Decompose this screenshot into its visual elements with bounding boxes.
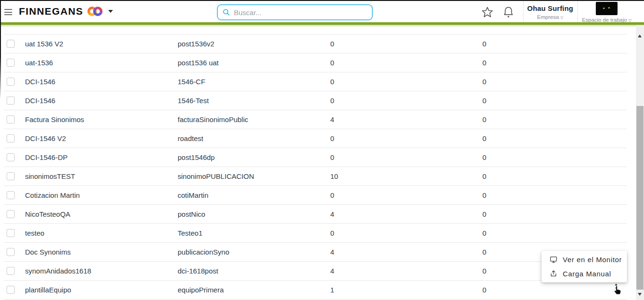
row-code: sinonimoPUBLICACION [178,167,254,186]
row-count-b: 0 [482,53,486,72]
row-name: DCI-1546-DP [25,148,68,167]
row-code: post1536 uat [178,53,219,72]
row-count-a: 4 [330,243,334,262]
row-code: equipoPrimera [178,281,224,300]
table-row[interactable]: Factura Sinonimos facturaSinonimoPublic … [4,110,627,129]
menu-item-label: Carga Manual [563,270,611,278]
row-checkbox[interactable] [7,97,15,105]
upload-icon [550,270,558,278]
row-name: DCI-1546 V2 [25,129,66,148]
row-count-b: 0 [482,72,486,91]
row-code: postNico [178,205,205,224]
monitor-icon [550,256,558,264]
row-count-a: 0 [330,91,334,110]
table-row[interactable]: synomAnidados1618 dci-1618post 4 0 [4,262,627,281]
row-name: uat-1536 [25,53,53,72]
row-count-a: 0 [330,224,334,243]
publications-table: uat 1536 V2 post1536v2 0 0 uat-1536 post… [4,25,627,300]
row-count-b: 0 [482,281,486,300]
window-top-edge [0,0,644,1]
hamburger-menu-icon[interactable] [4,9,12,15]
row-checkbox[interactable] [7,172,15,180]
brand-dropdown-caret-icon[interactable] [108,10,113,13]
row-code: 1546-CF [178,72,205,91]
favorites-star-icon[interactable] [481,6,494,20]
accent-bar [0,22,644,27]
table-row[interactable]: uat 1536 V2 post1536v2 0 0 [4,35,627,53]
brand-wordmark: FINNEGANS [19,6,83,17]
search-input[interactable] [234,9,372,17]
row-checkbox[interactable] [7,191,15,199]
row-checkbox[interactable] [7,267,15,275]
row-count-a: 0 [330,148,334,167]
row-count-a: 0 [330,186,334,205]
row-context-menu: Ver en el Monitor Carga Manual [541,251,627,282]
row-checkbox[interactable] [7,229,15,237]
notifications-bell-icon[interactable] [502,6,515,21]
row-name: Factura Sinonimos [25,110,84,129]
row-checkbox[interactable] [7,153,15,161]
table-row[interactable]: uat-1536 post1536 uat 0 0 [4,53,627,72]
workspace-selector[interactable]: Espacio de trabajo ▽ [577,0,636,22]
scroll-up-arrow-icon[interactable] [638,35,642,37]
row-checkbox[interactable] [7,210,15,218]
row-count-a: 0 [330,129,334,148]
table-row[interactable]: testeo Testeo1 0 0 [4,224,627,243]
row-checkbox[interactable] [7,115,15,124]
row-code: post1536v2 [178,35,215,53]
menu-item-carga-manual[interactable]: Carga Manual [541,268,627,279]
row-code: publicacionSyno [178,243,229,262]
row-count-b: 0 [482,35,486,53]
row-checkbox[interactable] [7,248,15,256]
row-name: Cotizacion Martin [25,186,80,205]
row-count-a: 1 [330,281,334,300]
menu-item-label: Ver en el Monitor [563,256,622,264]
table-row[interactable]: Doc Synonims publicacionSyno 4 0 [4,243,627,262]
row-checkbox[interactable] [7,40,15,48]
row-checkbox[interactable] [7,78,15,86]
row-count-a: 0 [330,72,334,91]
row-name: NicoTesteoQA [25,205,70,224]
scrollbar-thumb[interactable] [636,106,644,290]
scroll-down-arrow-icon[interactable] [638,293,642,296]
workspace-logo [596,2,618,15]
table-row[interactable]: DCI-1546 1546-CF 0 0 [4,72,627,91]
row-count-b: 0 [482,186,486,205]
chevron-down-icon: ▽ [628,18,631,23]
row-name: sinonimosTEST [25,167,75,186]
brand-logo[interactable]: FINNEGANS [19,0,113,22]
row-code: cotiMartin [178,186,208,205]
row-count-b: 0 [482,262,486,281]
table-row[interactable]: DCI-1546 1546-Test 0 0 [4,91,627,110]
row-checkbox[interactable] [7,59,15,67]
row-count-b: 0 [482,224,486,243]
table-row[interactable]: sinonimosTEST sinonimoPUBLICACION 10 0 [4,167,627,186]
company-selector[interactable]: Ohau Surfing Empresa ▽ [523,0,577,22]
table-row[interactable]: NicoTesteoQA postNico 4 0 [4,205,627,224]
search-box[interactable] [217,4,373,20]
row-code: dci-1618post [178,262,218,281]
row-checkbox[interactable] [7,134,15,142]
infinity-logo-icon [86,6,103,17]
row-count-b: 0 [482,148,486,167]
row-code: roadtest [178,129,203,148]
row-count-b: 0 [482,167,486,186]
row-count-a: 4 [330,262,334,281]
table-row[interactable]: DCI-1546-DP post1546dp 0 0 [4,148,627,167]
table-row[interactable]: plantillaEquipo equipoPrimera 1 0 [4,281,627,300]
row-count-b: 0 [482,91,486,110]
table-body: uat 1536 V2 post1536v2 0 0 uat-1536 post… [4,35,627,300]
table-row[interactable]: DCI-1546 V2 roadtest 0 0 [4,129,627,148]
company-sub-label: Empresa ▽ [523,14,577,20]
row-checkbox[interactable] [7,286,15,294]
chevron-down-icon: ▽ [560,16,563,20]
top-header: FINNEGANS [0,0,644,22]
table-row[interactable]: Cotizacion Martin cotiMartin 0 0 [4,186,627,205]
vertical-scrollbar[interactable] [636,25,644,300]
menu-item-ver-en-el-monitor[interactable]: Ver en el Monitor [541,254,627,265]
row-count-a: 4 [330,110,334,129]
workspace-sub-label: Espacio de trabajo ▽ [577,17,636,23]
row-name: testeo [25,224,44,243]
company-name: Ohau Surfing [523,4,577,12]
row-count-a: 10 [330,167,338,186]
